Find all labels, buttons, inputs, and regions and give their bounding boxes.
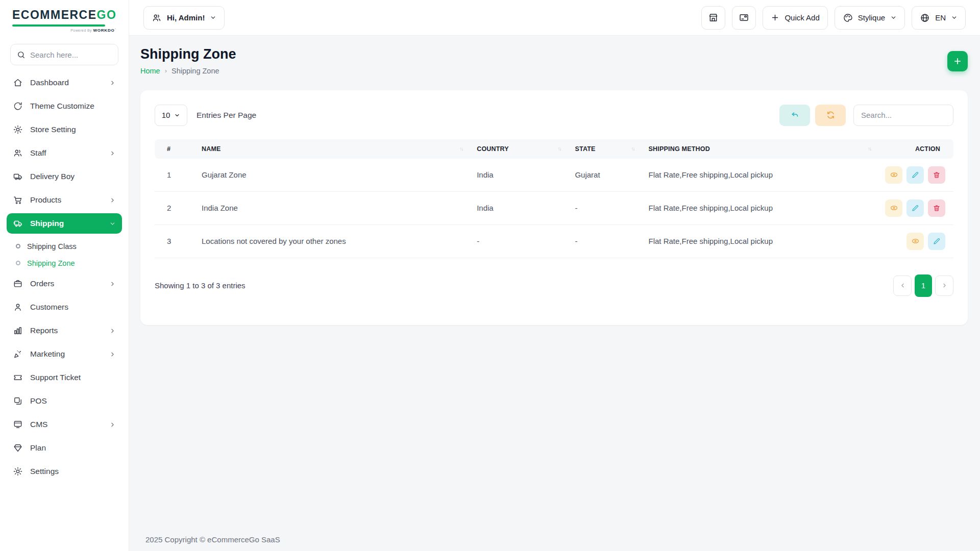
theme-refresh-icon	[13, 101, 23, 111]
chevron-right-icon	[941, 282, 948, 289]
edit-button[interactable]	[906, 199, 924, 217]
col-header-country[interactable]: COUNTRY↑↓	[470, 139, 568, 159]
sidebar-item-products[interactable]: Products	[7, 190, 122, 210]
page-title: Shipping Zone	[140, 47, 236, 62]
pencil-icon	[911, 171, 919, 179]
col-header-action: ACTION	[878, 139, 953, 159]
chevron-right-icon	[109, 421, 116, 428]
submenu-item-shipping-class[interactable]: Shipping Class	[16, 238, 122, 255]
pagination-page-1[interactable]: 1	[915, 274, 932, 297]
table-controls: 10 Entries Per Page	[155, 105, 953, 126]
sort-icon[interactable]: ↑↓	[455, 146, 462, 152]
pencil-icon	[911, 204, 919, 212]
entries-per-page-select[interactable]: 10	[155, 105, 187, 126]
view-button[interactable]	[906, 233, 924, 250]
sidebar-item-customers[interactable]: Customers	[7, 297, 122, 317]
sidebar-item-theme-customize[interactable]: Theme Customize	[7, 96, 122, 116]
sidebar-item-shipping[interactable]: Shipping	[7, 213, 122, 234]
store-icon	[708, 12, 719, 23]
bullet-circle-icon	[16, 244, 20, 248]
brand-logo[interactable]: ECOMMERCEGO Powered By WORKDO˙	[0, 0, 129, 36]
table-search-input[interactable]	[853, 105, 953, 126]
palette-icon	[843, 13, 853, 23]
copyright-text: 2025 Copyright © eCommerceGo SaaS	[145, 535, 280, 544]
shipping-submenu: Shipping Class Shipping Zone	[7, 237, 122, 273]
sidebar-item-plan[interactable]: Plan	[7, 438, 122, 458]
pagination-next-button[interactable]	[935, 276, 953, 296]
cell-name: Locations not covered by your other zone…	[194, 224, 470, 258]
sidebar-item-marketing[interactable]: Marketing	[7, 344, 122, 364]
chevron-down-icon	[890, 14, 897, 21]
sidebar-item-store-setting[interactable]: Store Setting	[7, 119, 122, 140]
view-button[interactable]	[885, 199, 902, 217]
table-row: 2 India Zone India - Flat Rate,Free ship…	[155, 191, 953, 224]
table-row: 3 Locations not covered by your other zo…	[155, 224, 953, 258]
sidebar-item-staff[interactable]: Staff	[7, 143, 122, 163]
add-shipping-zone-button[interactable]	[947, 51, 968, 71]
sort-icon[interactable]: ↑↓	[627, 146, 634, 152]
delete-button[interactable]	[928, 199, 945, 217]
plus-icon	[953, 57, 962, 66]
chevron-right-icon	[109, 80, 116, 86]
cell-name: India Zone	[194, 191, 470, 224]
view-button[interactable]	[885, 166, 902, 184]
powered-by-label: Powered By WORKDO˙	[12, 28, 116, 33]
edit-button[interactable]	[928, 233, 945, 250]
undo-filter-button[interactable]	[779, 105, 810, 126]
table-footer: Showing 1 to 3 of 3 entries 1	[155, 274, 953, 297]
chevron-down-icon	[210, 14, 216, 21]
theme-selector-button[interactable]: Stylique	[835, 6, 905, 30]
cell-country: -	[470, 224, 568, 258]
breadcrumb-home-link[interactable]: Home	[140, 67, 160, 75]
mail-card-icon	[739, 12, 749, 23]
logo-text: ECOMMERCEGO	[12, 8, 116, 22]
mail-card-button[interactable]	[732, 6, 756, 30]
sidebar-item-settings[interactable]: Settings	[7, 461, 122, 482]
reload-button[interactable]	[815, 105, 846, 126]
sidebar-item-orders[interactable]: Orders	[7, 273, 122, 294]
col-header-method[interactable]: SHIPPING METHOD↑↓	[642, 139, 878, 159]
sidebar-item-support-ticket[interactable]: Support Ticket	[7, 367, 122, 388]
chevron-right-icon	[109, 197, 116, 204]
cms-icon	[13, 419, 23, 430]
shipping-zone-table: # NAME↑↓ COUNTRY↑↓ STATE↑↓ SHIPPING METH…	[155, 139, 953, 258]
trash-icon	[933, 171, 941, 179]
sidebar-item-pos[interactable]: POS	[7, 391, 122, 411]
sidebar-item-dashboard[interactable]: Dashboard	[7, 72, 122, 93]
cell-country: India	[470, 191, 568, 224]
cell-method: Flat Rate,Free shipping,Local pickup	[642, 191, 878, 224]
storefront-button[interactable]	[701, 6, 725, 30]
col-header-state[interactable]: STATE↑↓	[568, 139, 641, 159]
table-controls-right	[779, 105, 953, 126]
top-header: Hi, Admin! Quick Add Stylique EN	[129, 0, 980, 36]
cell-state: -	[568, 224, 641, 258]
submenu-item-shipping-zone[interactable]: Shipping Zone	[16, 255, 122, 271]
users-icon	[13, 148, 23, 158]
col-header-name[interactable]: NAME↑↓	[194, 139, 470, 159]
quick-add-button[interactable]: Quick Add	[763, 6, 827, 30]
admin-profile-button[interactable]: Hi, Admin!	[143, 6, 225, 30]
pagination-prev-button[interactable]	[893, 276, 912, 296]
language-selector-button[interactable]: EN	[912, 6, 966, 30]
sidebar-item-reports[interactable]: Reports	[7, 320, 122, 341]
sidebar-item-cms[interactable]: CMS	[7, 414, 122, 435]
edit-button[interactable]	[906, 166, 924, 184]
cell-num: 3	[155, 224, 194, 258]
sidebar-search[interactable]	[10, 44, 118, 65]
sidebar-search-input[interactable]	[30, 51, 112, 59]
sort-icon[interactable]: ↑↓	[864, 146, 871, 152]
globe-icon	[920, 13, 930, 23]
delete-button[interactable]	[928, 166, 945, 184]
chevron-right-icon: ›	[165, 67, 167, 74]
sort-icon[interactable]: ↑↓	[553, 146, 560, 152]
person-icon	[13, 302, 23, 312]
col-header-num[interactable]: #	[155, 139, 194, 159]
users-icon	[152, 13, 162, 23]
sidebar-item-delivery-boy[interactable]: Delivery Boy	[7, 166, 122, 187]
gear-icon	[13, 124, 23, 135]
header-actions: Quick Add Stylique EN	[701, 6, 966, 30]
entries-summary: Showing 1 to 3 of 3 entries	[155, 281, 246, 290]
chevron-left-icon	[899, 282, 906, 289]
breadcrumb: Home › Shipping Zone	[140, 67, 236, 75]
chevron-right-icon	[109, 281, 116, 287]
